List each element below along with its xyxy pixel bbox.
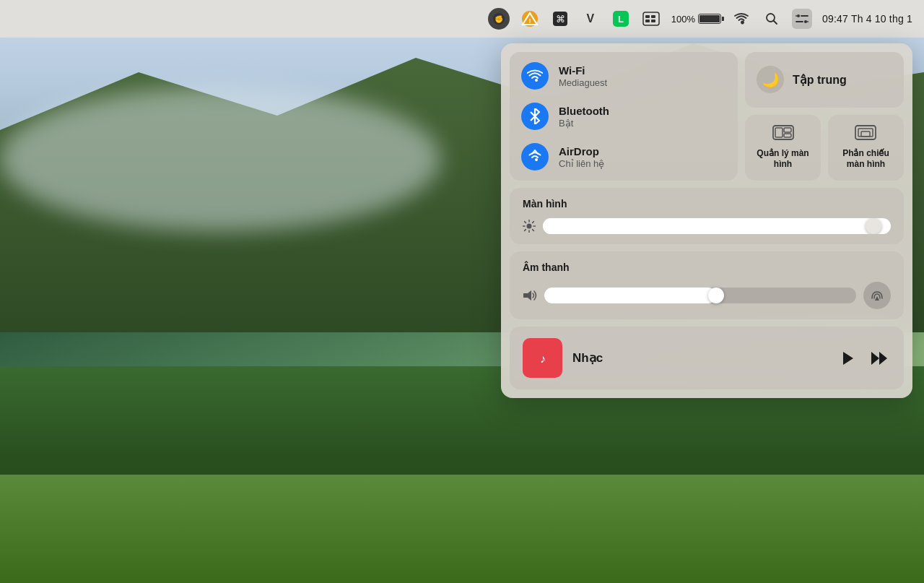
vectorize-menubar-icon[interactable]: V (580, 9, 601, 29)
svg-point-29 (527, 224, 532, 229)
airdrop-subtitle: Chỉ liên hệ (559, 158, 604, 169)
music-skip-button[interactable] (868, 348, 891, 368)
svg-text:⌘: ⌘ (555, 14, 565, 25)
svg-line-35 (533, 230, 534, 231)
battery-indicator: 100% (671, 14, 721, 25)
cc-network-tile: Wi-Fi Mediaguest Bluetooth Bật (510, 52, 738, 181)
svg-rect-25 (784, 134, 791, 137)
mist-layer (0, 87, 440, 231)
svg-rect-10 (645, 15, 650, 18)
sound-slider-track[interactable] (544, 288, 856, 303)
search-menubar-icon[interactable] (762, 9, 782, 29)
screen-management-label: Quản lý màn hình (754, 148, 812, 170)
awareness-menubar-icon[interactable]: ! (520, 9, 540, 29)
svg-line-34 (525, 222, 526, 223)
wifi-text: Wi-Fi Mediaguest (559, 64, 607, 88)
control-center-panel: Wi-Fi Mediaguest Bluetooth Bật (501, 43, 912, 398)
brightness-slider-fill (543, 218, 873, 234)
sound-section: Âm thanh (510, 251, 904, 319)
line-menubar-icon[interactable]: L (611, 9, 631, 29)
music-play-button[interactable] (839, 348, 858, 368)
battery-box (698, 14, 721, 24)
svg-text:♪: ♪ (540, 353, 546, 365)
brightness-slider-thumb[interactable] (866, 218, 881, 234)
music-section: ♪ Nhạc (510, 327, 904, 389)
svg-marker-42 (871, 352, 879, 365)
svg-line-36 (533, 222, 534, 223)
focus-tile[interactable]: 🌙 Tập trung (745, 52, 904, 108)
fantastical-menubar-icon[interactable]: ✊ (488, 8, 510, 30)
svg-rect-23 (775, 128, 783, 137)
svg-rect-24 (784, 128, 791, 132)
svg-point-16 (797, 14, 800, 17)
wifi-menubar-icon[interactable] (731, 9, 751, 29)
screen-mirror-icon (855, 125, 878, 142)
wifi-name: Wi-Fi (559, 64, 607, 77)
svg-marker-41 (843, 352, 853, 365)
bluetooth-item[interactable]: Bluetooth Bật (521, 103, 726, 130)
svg-marker-39 (875, 296, 879, 301)
focus-label: Tập trung (793, 73, 847, 87)
menubar-time: 09:47 Th 4 10 thg 1 (822, 13, 912, 25)
svg-rect-28 (861, 131, 870, 137)
music-controls (839, 348, 891, 368)
battery-fill (699, 15, 720, 22)
brightness-icon (523, 220, 536, 233)
svg-text:✊: ✊ (494, 14, 504, 24)
airdrop-item[interactable]: AirDrop Chỉ liên hệ (521, 143, 726, 170)
brightness-slider-track[interactable] (543, 218, 891, 234)
field-layer (0, 475, 924, 583)
screen-management-tile[interactable]: Quản lý màn hình (745, 115, 821, 181)
wifi-item[interactable]: Wi-Fi Mediaguest (521, 62, 726, 90)
music-artwork: ♪ (523, 338, 562, 378)
screen-management-icon (772, 125, 794, 142)
brightness-section: Màn hình (510, 188, 904, 244)
svg-marker-38 (523, 290, 531, 301)
airdrop-text: AirDrop Chỉ liên hệ (559, 145, 604, 169)
cc-right-tiles: 🌙 Tập trung Quản lý màn hình (745, 52, 904, 181)
svg-line-37 (525, 230, 526, 231)
sound-slider-fill (544, 288, 716, 303)
wifi-icon-circle (521, 62, 549, 90)
svg-rect-11 (651, 15, 655, 18)
screen-mirror-label: Phản chiếu màn hình (837, 148, 895, 170)
menubar: ✊ ! ⌘ V L 100% (0, 0, 924, 38)
sound-slider-row (523, 282, 891, 309)
bluetooth-text: Bluetooth Bật (559, 105, 609, 129)
svg-marker-43 (879, 352, 887, 365)
sound-label: Âm thanh (523, 262, 891, 273)
bluetooth-name: Bluetooth (559, 105, 609, 117)
display-row: Quản lý màn hình Phản chiếu màn hình (745, 115, 904, 181)
svg-rect-12 (645, 20, 650, 22)
svg-rect-9 (643, 12, 659, 25)
sound-icon (523, 289, 537, 302)
cc-top-row: Wi-Fi Mediaguest Bluetooth Bật (510, 52, 904, 181)
svg-rect-27 (858, 129, 873, 137)
svg-line-15 (774, 21, 777, 25)
bluetooth-icon-circle (521, 103, 549, 130)
brightness-label: Màn hình (523, 198, 891, 210)
svg-text:!: ! (528, 17, 531, 25)
svg-point-19 (804, 20, 807, 23)
svg-rect-13 (651, 20, 655, 22)
wifi-subtitle: Mediaguest (559, 77, 607, 88)
brightness-slider-row (523, 218, 891, 234)
airdrop-name: AirDrop (559, 145, 604, 157)
music-title: Nhạc (572, 350, 829, 366)
airplay-button[interactable] (863, 282, 891, 309)
sound-slider-thumb[interactable] (708, 288, 724, 303)
airdrop-icon-circle (521, 143, 549, 170)
keystroke-menubar-icon[interactable]: ⌘ (550, 9, 570, 29)
focus-icon: 🌙 (757, 66, 784, 93)
menu-app-icon[interactable] (641, 9, 661, 29)
bluetooth-subtitle: Bật (559, 118, 609, 129)
svg-text:L: L (618, 14, 624, 25)
screen-mirror-tile[interactable]: Phản chiếu màn hình (828, 115, 904, 181)
battery-percent-label: 100% (671, 14, 695, 25)
control-center-menubar-icon[interactable] (792, 9, 812, 29)
